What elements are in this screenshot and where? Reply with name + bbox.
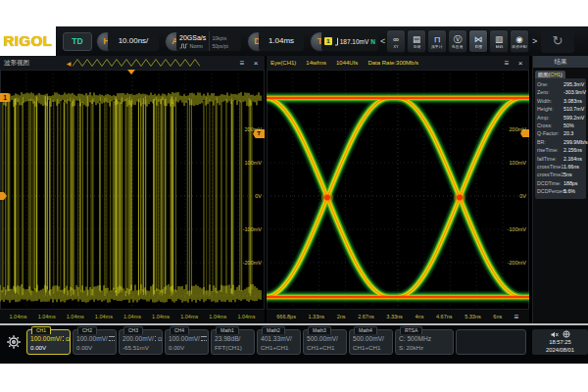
channel-box-ch2-tab: CH2 [77,326,97,334]
channel-box-ch1[interactable]: CH1100.00mV/Ω0.00V [26,329,71,355]
result-value: 299.9Mb/s [564,138,588,146]
wave-vlabel-100mV: 100mV [245,160,262,166]
waveform-close-icon[interactable]: × [251,59,261,68]
toolbar-prev-arrow[interactable]: < [380,36,385,46]
result-value: 2.164ns [564,155,582,163]
rtsa-box[interactable]: RTSAC: 500MHzS: 20kHz [395,329,454,355]
trigger-box[interactable]: 1 187.10mV N [321,31,378,51]
scale-text: C: 500MHz [399,335,431,343]
channel-box-ch4-offset: 0.00V [169,344,208,351]
result-label: One: [537,80,564,88]
result-label: Amp: [537,114,564,122]
result-row-Width: Width:3.083ns [537,97,584,105]
result-row-One: One:295.3mV [537,80,584,88]
channel-box-ch3[interactable]: CH3200.00mV/Ω-65.51mV [119,329,163,355]
wave-tlabel-2: 1.04ms [67,314,84,319]
wave-tlabel-6: 1.04ms [180,314,198,319]
screenshot-page: RIGOL TD H 10.00ns/ A 20GSa/s Norm 10kpt… [0,0,588,392]
result-row-riseTime: riseTime:2.156ns [537,146,584,154]
toolbar-button-decode[interactable]: ▥解码 [489,29,509,53]
toolbar-button-counter[interactable]: ⊓频率计 [427,29,447,53]
channel-box-ch2-offset: 0.00V [76,344,116,351]
eye-menu-icon[interactable]: ≡ [502,59,512,68]
result-value: 1.66ns [564,163,579,171]
math-box-math4[interactable]: Math4500.00mV/CH1+CH1 [349,329,393,355]
trigger-source-badge: 1 [324,37,332,45]
sample-interval: 50ps/pt [213,42,242,50]
waveform-overview-strip[interactable] [73,58,200,68]
eye-diagram-panel: Eye(CH1) 14wfms 1044UIs Data Rate:300Mb/… [267,56,529,323]
trigger-level: 187.10mV [340,38,369,45]
channel-box-ch3-offset: -65.51mV [122,344,162,351]
toolbar-next-arrow[interactable]: > [532,36,537,46]
wave-tlabel-8: 1.04ms [237,314,255,319]
xy-icon: ∞ [393,34,399,44]
settings-button[interactable] [4,329,24,355]
channel-box-ch3-tab: CH3 [123,326,143,334]
counter-label: 频率计 [431,44,442,48]
dc-coupling-icon [155,336,156,341]
waveform-grid-area: 1 T 200mV100mV0V-100mV-200mV [0,70,265,310]
trigger-mode-badge[interactable]: TD [63,32,92,51]
channel-box-ch2[interactable]: CH2100.00mV/0.00V [73,329,117,355]
record-label: 波形录制 [512,44,526,48]
result-label: riseTime: [537,146,564,154]
math-box-math3-scale: 500.00mV/ [307,335,346,343]
decode-label: 解码 [495,44,503,48]
clock-box[interactable]: 18:57:25 2024/08/01 [532,329,588,355]
math-box-math1-offset: FFT(CH1) [215,344,254,351]
toolbar-button-voltmeter[interactable]: Ⓥ电压表 [448,29,467,53]
toolbar-button-xy[interactable]: ∞XY [386,29,406,53]
toolbar-button-eye[interactable]: ⋈眼图 [468,29,488,53]
gear-icon [6,334,22,350]
results-measurements: One:295.3mVZero:-303.9mVWidth:3.083nsHei… [535,78,586,199]
result-label: fallTime: [537,155,564,163]
scale-text: 500.00mV/ [307,335,338,343]
waveform-view-panel: 波形视图 ◀ ≡ × 1 T 200mV100mV0V-100mV-200mV … [0,56,265,323]
wave-tlabel-5: 1.04ms [152,314,170,319]
channel-box-ch2-scale: 100.00mV/ [76,335,116,343]
channel-status-boxes: CH1100.00mV/Ω0.00VCH2100.00mV/0.00VCH320… [26,329,526,355]
channel-box-ch1-scale: 100.00mV/Ω [30,335,70,343]
math-box-math2-scale: 401.33mV/ [261,335,300,343]
eye-diagram-trace [267,70,529,310]
scale-text: 23.98dB/ [215,335,240,343]
channel1-tag[interactable]: 1 [0,93,10,102]
waveform-menu-icon[interactable]: ≡ [237,59,247,68]
delay-box[interactable]: 1.04ms [259,31,304,51]
wave-tlabel-3: 1.04ms [95,314,113,319]
math-box-math1[interactable]: Math123.98dB/FFT(CH1) [211,329,255,355]
scale-text: 100.00mV/ [169,335,200,343]
math-box-math2-offset: CH1+CH1 [261,344,300,351]
math-box-math2[interactable]: Math2401.33mV/CH1+CH1 [257,329,301,355]
result-row-crossTime1: crossTime1:1.66ns [537,163,584,171]
acquisition-box[interactable]: 20GSa/s Norm 10kpts 50ps/pt [176,31,241,51]
toolbar-button-storage[interactable]: ▤存储 [407,29,426,53]
result-label: crossTime1: [537,163,564,171]
dc-coupling-icon [63,336,64,341]
horizontal-scale-box[interactable]: 10.00ns/ [108,31,159,51]
math-box-math2-tab: Math2 [262,326,285,334]
results-tab-eye-ch1[interactable]: 眼图(CH1) [535,71,565,78]
math-box-math3[interactable]: Math3500.00mV/CH1+CH1 [303,329,347,355]
eye-tlabel-2: 2ns [337,314,346,319]
eye-close-icon[interactable]: × [515,59,525,68]
result-row-DCDPercent: DCDPercent:5.6% [537,187,584,195]
result-label: DCDPercent: [537,187,564,195]
eye-tlabel-6: 4.67ns [436,314,453,319]
toolbar-button-record[interactable]: ◉波形录制 [510,29,529,53]
eye-uis-count: 1044UIs [336,60,358,66]
waveform-trace [0,70,265,310]
overview-left-arrow-icon[interactable]: ◀ [67,60,72,67]
trigger-position-marker[interactable] [127,70,135,74]
result-row-Height: Height:510.7mV [537,105,584,113]
result-value: 599.2mV [564,114,584,122]
channel-box-ch4[interactable]: CH4100.00mV/0.00V [165,329,209,355]
rtsa-box-scale: C: 500MHz [399,335,453,343]
channel-box-ch1-offset: 0.00V [30,344,70,351]
result-value: 188ps [564,179,577,187]
scale-text: 100.00mV/ [76,335,108,343]
eye-tlabel-8: 6ns [493,314,502,319]
refresh-button[interactable]: ↻ [541,29,574,53]
eye-results-menu-icon[interactable]: ≡ [514,313,519,321]
